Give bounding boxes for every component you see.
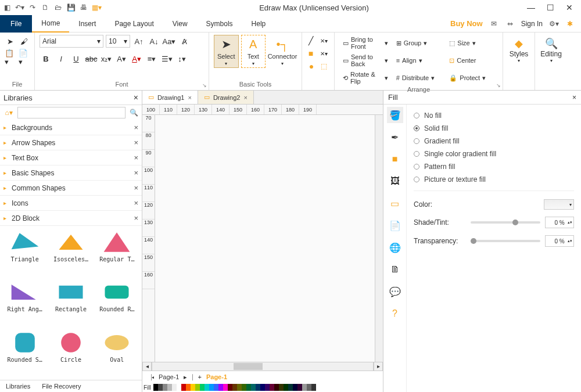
foot-libraries[interactable]: Libraries: [0, 380, 36, 392]
fill-tab-help-icon[interactable]: ?: [387, 305, 403, 322]
clipboard-icon[interactable]: 📋▾: [5, 51, 16, 64]
shrink-font-icon[interactable]: A↓: [148, 35, 160, 48]
shape-right-angle[interactable]: Right Ang…: [2, 278, 47, 327]
close-icon[interactable]: ✕: [566, 3, 573, 12]
color-swatch[interactable]: [293, 384, 297, 391]
add-page-icon[interactable]: +: [198, 373, 201, 380]
color-swatch[interactable]: [237, 384, 242, 391]
library-search-input[interactable]: [17, 107, 125, 118]
sign-in-link[interactable]: Sign In: [521, 20, 543, 28]
fill-option[interactable]: No fill: [414, 109, 574, 122]
color-swatch[interactable]: [279, 384, 284, 391]
page-nav-next-icon[interactable]: ▸⎹: [184, 373, 193, 381]
trans-slider[interactable]: [471, 240, 540, 242]
fill-option[interactable]: Single color gradient fill: [414, 148, 574, 160]
font-size-selector[interactable]: 10▾: [106, 35, 130, 48]
fill-option[interactable]: Picture or texture fill: [414, 173, 574, 186]
fill-close-icon[interactable]: ×: [572, 93, 576, 102]
color-swatch[interactable]: [251, 384, 256, 391]
fill-option[interactable]: Pattern fill: [414, 160, 574, 173]
doc-tab-1[interactable]: ▭Drawing1×: [142, 91, 198, 104]
color-swatch[interactable]: [311, 384, 316, 391]
color-swatch[interactable]: [232, 384, 237, 391]
gear-icon[interactable]: ⚙▾: [548, 19, 559, 29]
color-swatch[interactable]: [167, 384, 172, 391]
color-swatch[interactable]: [307, 384, 311, 391]
font-selector[interactable]: Arial▾: [40, 35, 103, 48]
page-nav-icon[interactable]: ⎹◂: [146, 373, 154, 381]
color-swatch[interactable]: [270, 384, 274, 391]
underline-button[interactable]: U: [70, 52, 83, 65]
color-swatch[interactable]: [195, 384, 200, 391]
fill-tab-comment-icon[interactable]: 💬: [387, 283, 403, 300]
buy-now-link[interactable]: Buy Now: [450, 19, 483, 28]
section-close-icon[interactable]: ×: [134, 138, 138, 147]
library-section[interactable]: ▸Icons×: [0, 196, 142, 211]
editing-button[interactable]: 🔍Editing▾: [540, 35, 562, 66]
scroll-left-icon[interactable]: ◂: [142, 362, 152, 371]
undo-icon[interactable]: ↶▾: [15, 3, 24, 12]
text-tool[interactable]: AText▾: [241, 35, 266, 68]
color-swatch[interactable]: [186, 384, 191, 391]
more-lines-icon[interactable]: ✕▾: [320, 38, 328, 44]
library-section[interactable]: ▸Backgrounds×: [0, 120, 142, 135]
color-swatch[interactable]: [172, 384, 177, 391]
align-button[interactable]: ≡▾: [145, 52, 158, 65]
protect-button[interactable]: 🔒 Protect ▾: [446, 70, 498, 86]
maximize-icon[interactable]: ☐: [547, 3, 554, 12]
fill-tab-globe-icon[interactable]: 🌐: [387, 239, 403, 256]
line-tool-icon[interactable]: ╱: [309, 36, 313, 45]
shape-circle[interactable]: Circle: [48, 329, 93, 377]
color-swatch[interactable]: [302, 384, 307, 391]
color-swatch[interactable]: [205, 384, 209, 391]
horizontal-scrollbar[interactable]: ◂ ▸: [142, 362, 383, 371]
library-section[interactable]: ▸Common Shapes×: [0, 181, 142, 196]
color-swatch[interactable]: [223, 384, 228, 391]
color-swatch[interactable]: [218, 384, 223, 391]
tab-help[interactable]: Help: [242, 15, 275, 33]
connector-tool[interactable]: •┐Connector▾: [268, 35, 297, 67]
align-button-arr[interactable]: ≡ Align ▾: [393, 52, 445, 69]
shape-oval[interactable]: Oval: [95, 329, 139, 377]
size-button[interactable]: ⬚ Size ▾: [446, 35, 498, 51]
color-swatch[interactable]: [297, 384, 302, 391]
foot-recovery[interactable]: File Recovery: [36, 380, 87, 392]
circle-tool-icon[interactable]: ●: [309, 62, 314, 71]
tab-symbols[interactable]: Symbols: [197, 15, 242, 33]
send-back-button[interactable]: ▭ Send to Back ▾: [339, 52, 392, 69]
shape-regular-triangle[interactable]: Regular T…: [95, 228, 139, 277]
color-swatch[interactable]: [242, 384, 246, 391]
fill-tab-solid-icon[interactable]: ■: [387, 151, 403, 167]
section-close-icon[interactable]: ×: [134, 153, 138, 162]
font-expand-icon[interactable]: ↘: [202, 82, 207, 88]
font-color-button[interactable]: A▾: [130, 52, 143, 65]
color-swatch[interactable]: [284, 384, 288, 391]
tab-home[interactable]: Home: [32, 15, 69, 33]
cursor-icon[interactable]: ➤: [5, 35, 16, 48]
arrange-expand-icon[interactable]: ↘: [496, 82, 501, 88]
grow-font-icon[interactable]: A↑: [132, 35, 145, 48]
crop-icon[interactable]: ⬚: [321, 62, 327, 70]
shape-rounded-rect[interactable]: Rounded R…: [95, 278, 139, 327]
library-section[interactable]: ▸Basic Shapes×: [0, 166, 142, 181]
shape-isosceles[interactable]: Isosceles…: [48, 228, 93, 277]
new-icon[interactable]: 🗋: [41, 3, 50, 12]
center-button[interactable]: ⊡ Center: [446, 52, 498, 69]
italic-button[interactable]: I: [55, 52, 67, 65]
strike-button[interactable]: abc: [85, 52, 98, 65]
color-swatch[interactable]: [265, 384, 270, 391]
bring-front-button[interactable]: ▭ Bring to Front ▾: [339, 35, 392, 51]
fill-tab-layer-icon[interactable]: ▭: [387, 195, 403, 211]
tab-page-layout[interactable]: Page Layout: [105, 15, 163, 33]
more-rect-icon[interactable]: ✕▾: [320, 51, 328, 57]
color-swatch[interactable]: [209, 384, 214, 391]
vertical-scrollbar[interactable]: [375, 115, 383, 362]
color-picker[interactable]: ▾: [544, 199, 574, 210]
envelope-icon[interactable]: ✉: [489, 19, 499, 29]
rect-tool-icon[interactable]: ■: [309, 49, 313, 58]
bold-button[interactable]: B: [40, 52, 52, 65]
list-button[interactable]: ☰▾: [160, 52, 173, 65]
color-swatch[interactable]: [158, 384, 163, 391]
shade-slider[interactable]: [471, 221, 540, 224]
library-section[interactable]: ▸Arrow Shapes×: [0, 135, 142, 150]
